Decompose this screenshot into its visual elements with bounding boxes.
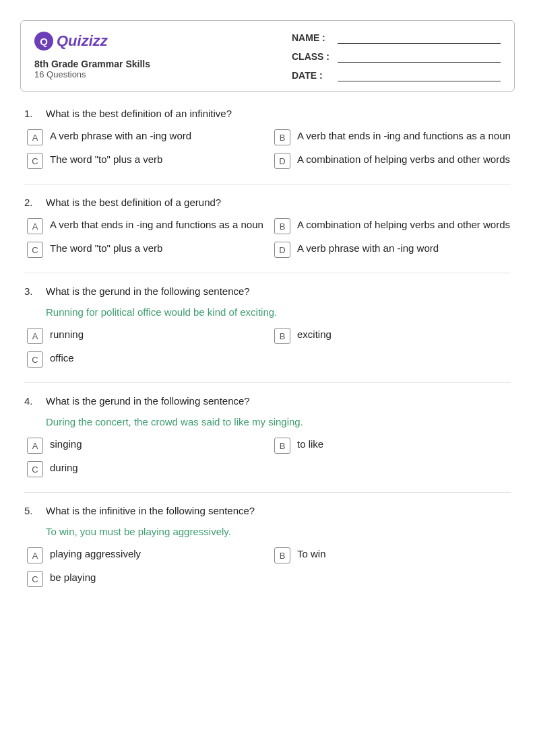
q2-option-a: A A verb that ends in -ing and functions… <box>27 217 263 234</box>
q1-option-d: D A combination of helping verbs and oth… <box>274 152 511 169</box>
q4-option-a: A singing <box>27 437 263 454</box>
q5-letter-c: C <box>27 571 43 587</box>
q4-text-a: singing <box>50 437 82 451</box>
q3-letter-b: B <box>274 328 290 344</box>
question-3-sentence: Running for political office would be ki… <box>46 306 511 318</box>
question-3-options: A running B exciting C office <box>27 327 511 368</box>
question-1-options: A A verb phrase with an -ing word B A ve… <box>27 129 511 169</box>
header-left: Q Quizizz 8th Grade Grammar Skills 16 Qu… <box>34 32 150 79</box>
question-3-number: 3. <box>24 285 39 297</box>
q2-option-b: B A combination of helping verbs and oth… <box>274 217 511 234</box>
date-line <box>338 69 501 81</box>
question-4: 4. What is the gerund in the following s… <box>24 395 511 477</box>
q1-option-c: C The word "to" plus a verb <box>27 152 263 169</box>
question-5: 5. What is the infinitive in the followi… <box>24 505 511 587</box>
quiz-questions: 16 Questions <box>34 69 150 79</box>
question-3-text: What is the gerund in the following sent… <box>46 285 511 297</box>
q5-letter-a: A <box>27 547 43 563</box>
class-field-row: CLASS : <box>292 50 501 63</box>
q3-text-c: office <box>50 351 74 365</box>
q3-option-b: B exciting <box>274 327 511 344</box>
q2-text-b: A combination of helping verbs and other… <box>297 217 510 232</box>
q2-option-d: D A verb phrase with an -ing word <box>274 241 511 258</box>
class-line <box>338 50 501 63</box>
q2-text-a: A verb that ends in -ing and functions a… <box>50 217 263 232</box>
name-line <box>338 32 501 44</box>
q4-letter-a: A <box>27 438 43 454</box>
question-2-number: 2. <box>24 197 39 208</box>
q5-text-b: To win <box>297 547 326 561</box>
q3-letter-a: A <box>27 328 43 344</box>
question-5-options: A playing aggressively B To win C be pla… <box>27 547 511 587</box>
q1-option-a: A A verb phrase with an -ing word <box>27 129 263 145</box>
q3-text-b: exciting <box>297 327 332 341</box>
q3-text-a: running <box>50 327 84 341</box>
divider-3 <box>24 382 511 383</box>
q5-text-c: be playing <box>50 570 96 584</box>
question-4-text: What is the gerund in the following sent… <box>46 395 511 407</box>
question-5-text: What is the infinitive in the following … <box>46 505 511 516</box>
q2-option-c: C The word "to" plus a verb <box>27 241 263 258</box>
logo-text: Quizizz <box>57 32 108 50</box>
q2-text-c: The word "to" plus a verb <box>50 241 162 255</box>
q4-option-c: C during <box>27 460 263 477</box>
question-2-options: A A verb that ends in -ing and functions… <box>27 217 511 258</box>
question-5-row: 5. What is the infinitive in the followi… <box>24 505 511 516</box>
q2-letter-b: B <box>274 218 290 234</box>
q5-option-a: A playing aggressively <box>27 547 263 563</box>
header-right: NAME : CLASS : DATE : <box>292 32 501 81</box>
question-3-row: 3. What is the gerund in the following s… <box>24 285 511 297</box>
logo: Q Quizizz <box>34 32 150 50</box>
question-5-number: 5. <box>24 505 39 516</box>
q5-option-c: C be playing <box>27 570 263 587</box>
question-5-sentence: To win, you must be playing aggressively… <box>46 526 511 537</box>
q1-letter-d: D <box>274 153 290 169</box>
q1-letter-b: B <box>274 129 290 145</box>
date-field-row: DATE : <box>292 69 501 81</box>
q2-letter-c: C <box>27 242 43 258</box>
name-field-row: NAME : <box>292 32 501 44</box>
q4-text-b: to like <box>297 437 323 451</box>
q3-option-a: A running <box>27 327 263 344</box>
q1-text-c: The word "to" plus a verb <box>50 152 162 166</box>
q1-text-a: A verb phrase with an -ing word <box>50 129 191 143</box>
question-4-sentence: During the concert, the crowd was said t… <box>46 416 511 427</box>
q4-letter-c: C <box>27 461 43 477</box>
question-1-text: What is the best definition of an infini… <box>46 108 511 119</box>
q5-letter-b: B <box>274 547 290 563</box>
question-1: 1. What is the best definition of an inf… <box>24 108 511 169</box>
q1-letter-a: A <box>27 129 43 145</box>
q4-option-b: B to like <box>274 437 511 454</box>
class-label: CLASS : <box>292 51 332 62</box>
q1-option-b: B A verb that ends in -ing and functions… <box>274 129 511 145</box>
question-4-number: 4. <box>24 395 39 407</box>
q2-letter-d: D <box>274 242 290 258</box>
question-4-options: A singing B to like C during <box>27 437 511 477</box>
question-2-row: 2. What is the best definition of a geru… <box>24 197 511 208</box>
q1-text-b: A verb that ends in -ing and functions a… <box>297 129 511 143</box>
question-4-row: 4. What is the gerund in the following s… <box>24 395 511 407</box>
question-3: 3. What is the gerund in the following s… <box>24 285 511 368</box>
q2-letter-a: A <box>27 218 43 234</box>
name-label: NAME : <box>292 32 332 43</box>
question-2: 2. What is the best definition of a geru… <box>24 197 511 258</box>
questions-section: 1. What is the best definition of an inf… <box>20 108 515 587</box>
page: Q Quizizz 8th Grade Grammar Skills 16 Qu… <box>0 0 535 756</box>
divider-4 <box>24 492 511 493</box>
q5-text-a: playing aggressively <box>50 547 141 561</box>
question-1-row: 1. What is the best definition of an inf… <box>24 108 511 119</box>
question-2-text: What is the best definition of a gerund? <box>46 197 511 208</box>
q3-letter-c: C <box>27 351 43 368</box>
q5-option-b: B To win <box>274 547 511 563</box>
q3-option-c: C office <box>27 351 263 368</box>
q1-letter-c: C <box>27 153 43 169</box>
divider-1 <box>24 184 511 184</box>
q1-text-d: A combination of helping verbs and other… <box>297 152 510 166</box>
header-card: Q Quizizz 8th Grade Grammar Skills 16 Qu… <box>20 20 515 92</box>
quiz-title: 8th Grade Grammar Skills <box>34 59 150 69</box>
q4-letter-b: B <box>274 438 290 454</box>
logo-icon: Q <box>34 32 53 50</box>
question-1-number: 1. <box>24 108 39 119</box>
divider-2 <box>24 273 511 273</box>
date-label: DATE : <box>292 70 332 81</box>
